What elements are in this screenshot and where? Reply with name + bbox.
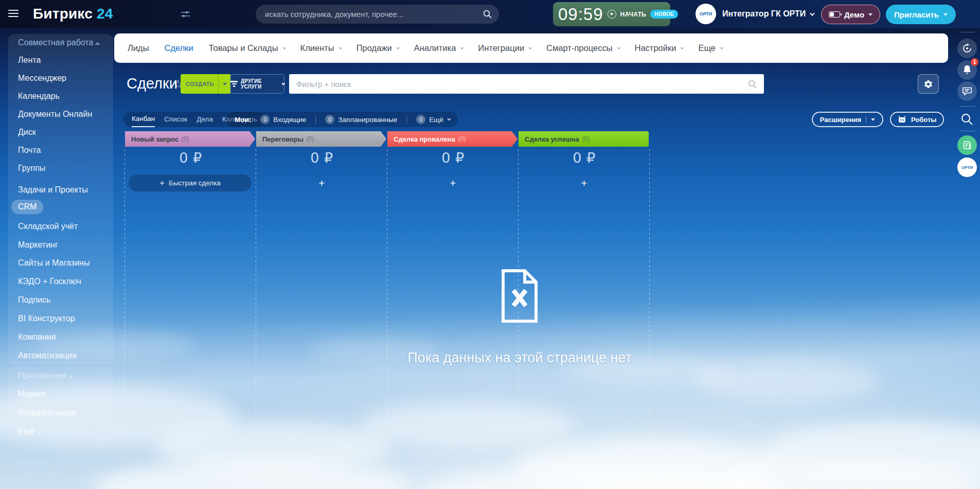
tab-label: Смарт-процессы (546, 43, 612, 53)
sidebar-section-collaboration[interactable]: Совместная работа (18, 37, 100, 48)
filter-search-input[interactable] (296, 80, 748, 89)
add-deal-button[interactable]: + (387, 174, 519, 191)
bell-icon (963, 65, 972, 75)
workday-timer[interactable]: 09:59 НАЧАТЬ НОВОЕ (553, 2, 670, 26)
stage-header-new[interactable]: Новый запрос (0) (125, 131, 255, 147)
chevron-down-icon (338, 46, 342, 49)
add-deal-button[interactable]: + (256, 174, 387, 191)
search-icon (483, 10, 492, 19)
sidebar-item-sites-stores[interactable]: Сайты и Магазины (18, 257, 90, 269)
rail-divider (959, 106, 975, 107)
tab-integrations[interactable]: Интеграции (478, 43, 531, 53)
sidebar-item-market[interactable]: Маркет (18, 389, 46, 400)
sidebar-item-more[interactable]: Ещё (18, 426, 41, 437)
play-icon[interactable] (608, 10, 616, 19)
start-workday-button[interactable]: НАЧАТЬ (620, 11, 647, 18)
sidebar-item-mail[interactable]: Почта (18, 145, 41, 156)
tab-label: Еще (698, 43, 716, 53)
view-tab-kanban[interactable]: Канбан (132, 112, 155, 127)
hamburger-menu-icon[interactable] (8, 10, 19, 19)
tab-products-warehouses[interactable]: Товары и Склады (209, 43, 285, 53)
sidebar-sitemap-link[interactable]: КАРТА САЙТА (18, 473, 62, 479)
rail-search-button[interactable] (960, 113, 973, 126)
sidebar-item-company[interactable]: Компания (18, 331, 56, 343)
counter-incoming[interactable]: 0 Входящие (260, 115, 306, 124)
tab-settings[interactable]: Настройки (635, 43, 683, 53)
stage-header-success[interactable]: Сделка успешна (0) (519, 131, 649, 147)
avatar-text: ОРТИ (961, 165, 973, 170)
stage-amount: 0 ₽ (125, 150, 256, 166)
whats-new-button[interactable] (957, 39, 977, 58)
stage-name: Переговоры (262, 135, 304, 143)
sidebar-item-feed[interactable]: Лента (18, 55, 41, 66)
other-services-button[interactable]: ДРУГИЕ УСЛУГИ (230, 74, 284, 94)
tab-smart-processes[interactable]: Смарт-процессы (546, 43, 619, 53)
sidebar-item-docs-online[interactable]: Документы Онлайн (18, 109, 92, 120)
global-search-input[interactable] (265, 10, 483, 19)
chevron-down-icon (720, 46, 723, 49)
counter-badge: 0 (416, 115, 425, 124)
sidebar-help-link[interactable]: ПОМОЩЬ (18, 458, 48, 464)
battery-icon (829, 11, 840, 18)
sliders-settings-icon[interactable] (181, 10, 190, 18)
caret-down-icon (943, 13, 948, 16)
tab-clients[interactable]: Клиенты (300, 43, 341, 53)
view-tab-activities[interactable]: Дела (197, 112, 213, 127)
search-icon (960, 113, 973, 126)
tab-deals[interactable]: Сделки (165, 43, 193, 53)
news-button[interactable] (957, 135, 977, 155)
stage-header-negotiation[interactable]: Переговоры (0) (256, 131, 386, 147)
sidebar-item-developers[interactable]: Разработчикам (18, 407, 77, 418)
account-menu[interactable]: Интегратор ГК ОРТИ (722, 9, 813, 19)
sidebar-section-apps[interactable]: Приложения (18, 370, 73, 381)
sidebar-item-kedo[interactable]: КЭДО + Госключ (18, 276, 81, 287)
chevron-down-icon (617, 46, 620, 49)
view-settings-button[interactable] (918, 74, 939, 94)
stage-name: Новый запрос (131, 135, 179, 143)
extensions-button[interactable]: Расширения (812, 112, 883, 127)
rail-divider (959, 131, 975, 131)
invite-label: Пригласить (894, 10, 939, 19)
counter-more[interactable]: 0 Ещё (416, 115, 450, 124)
app-logo[interactable]: Битрикс 24 (33, 6, 113, 22)
rail-divider (959, 32, 975, 32)
sidebar-item-drive[interactable]: Диск (18, 127, 36, 138)
chevron-down-icon (460, 46, 464, 49)
create-dropdown-caret[interactable] (218, 74, 231, 94)
sidebar-item-bi-builder[interactable]: BI Конструктор (18, 313, 75, 324)
robots-button[interactable]: Роботы (890, 112, 944, 127)
invite-button[interactable]: Пригласить (886, 5, 956, 24)
gear-icon (923, 79, 933, 89)
tab-sales[interactable]: Продажи (357, 43, 399, 53)
sidebar-item-sign[interactable]: Подпись (18, 294, 50, 306)
counter-planned[interactable]: 0 Запланированные (325, 115, 397, 124)
quick-deal-button[interactable]: + Быстрая сделка (129, 174, 252, 191)
add-deal-button[interactable]: + (519, 174, 650, 191)
profile-avatar[interactable]: ОРТИ (957, 158, 977, 177)
empty-state: Пока данных на этой странице нет (340, 268, 700, 366)
company-avatar[interactable]: ОРТИ (696, 4, 716, 24)
tab-more[interactable]: Еще (698, 43, 722, 53)
messenger-button[interactable] (957, 81, 977, 101)
sidebar-item-marketing[interactable]: Маркетинг (18, 239, 58, 251)
sidebar-item-groups[interactable]: Группы (18, 163, 45, 174)
sidebar-item-crm-active[interactable]: CRM (11, 200, 43, 214)
demo-plan-button[interactable]: Демо (821, 5, 880, 24)
sidebar-item-automation[interactable]: Автоматизация (18, 350, 77, 361)
deals-page: Сделки ☆ СОЗДАТЬ ДРУГИЕ УСЛУГИ Канбан Сп… (0, 0, 980, 489)
sidebar-item-calendar[interactable]: Календарь (18, 91, 60, 102)
chevron-down-icon (38, 430, 42, 434)
create-deal-button[interactable]: СОЗДАТЬ (181, 74, 231, 94)
sidebar: Совместная работа Лента Мессенджер Кален… (0, 0, 114, 489)
view-tab-list[interactable]: Список (164, 112, 187, 127)
stage-header-failed[interactable]: Сделка провалена (0) (387, 131, 518, 147)
tab-leads[interactable]: Лиды (128, 43, 149, 53)
notifications-button[interactable]: 1 (957, 60, 977, 80)
tab-analytics[interactable]: Аналитика (414, 43, 463, 53)
robot-icon (898, 116, 906, 123)
sidebar-item-messenger[interactable]: Мессенджер (18, 73, 66, 84)
chevron-down-icon (282, 81, 286, 85)
sidebar-item-inventory[interactable]: Складской учёт (18, 221, 78, 232)
section-label: Приложения (18, 371, 66, 380)
sidebar-item-tasks-projects[interactable]: Задачи и Проекты (18, 184, 88, 196)
